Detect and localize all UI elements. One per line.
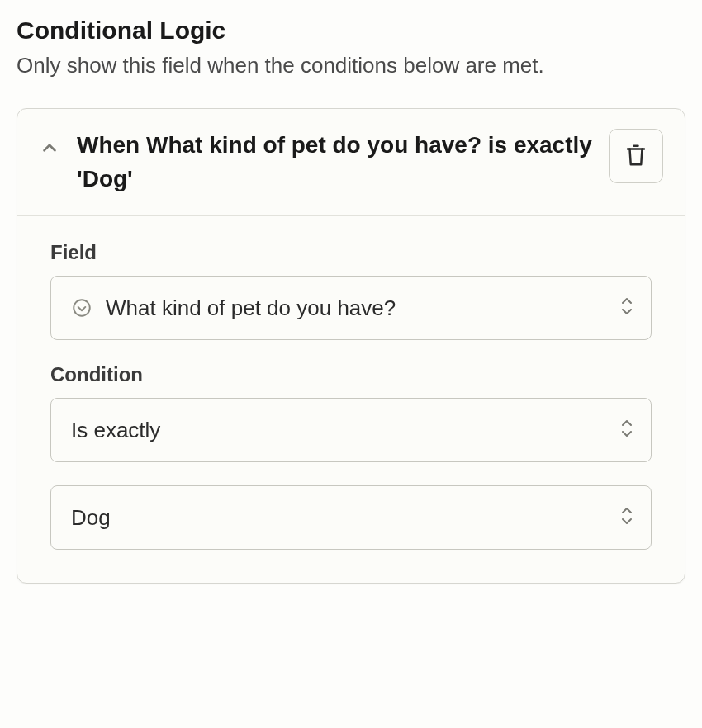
delete-rule-button[interactable] <box>609 129 663 183</box>
radio-option-icon <box>71 297 92 319</box>
condition-operator-wrap: Is exactly <box>50 398 652 462</box>
condition-label: Condition <box>50 363 652 386</box>
field-select-wrap: What kind of pet do you have? <box>50 276 652 340</box>
rule-card: When What kind of pet do you have? is ex… <box>17 108 685 584</box>
condition-value-select[interactable]: Dog <box>50 485 652 550</box>
rule-body: Field What kind of pet do you have? Cond… <box>17 216 685 583</box>
section-title: Conditional Logic <box>17 17 685 45</box>
trash-icon <box>624 143 648 170</box>
condition-operator-select[interactable]: Is exactly <box>50 398 652 462</box>
condition-value-wrap: Dog <box>50 485 652 550</box>
svg-point-1 <box>74 300 90 316</box>
section-description: Only show this field when the conditions… <box>17 50 685 82</box>
chevron-up-icon <box>39 129 60 158</box>
field-select-value: What kind of pet do you have? <box>106 295 605 321</box>
condition-operator-value: Is exactly <box>71 418 605 443</box>
rule-summary: When What kind of pet do you have? is ex… <box>77 129 592 196</box>
field-label: Field <box>50 241 652 264</box>
condition-value-text: Dog <box>71 505 605 531</box>
rule-header[interactable]: When What kind of pet do you have? is ex… <box>17 109 685 216</box>
field-select[interactable]: What kind of pet do you have? <box>50 276 652 340</box>
condition-group: Is exactly Dog <box>50 398 652 550</box>
